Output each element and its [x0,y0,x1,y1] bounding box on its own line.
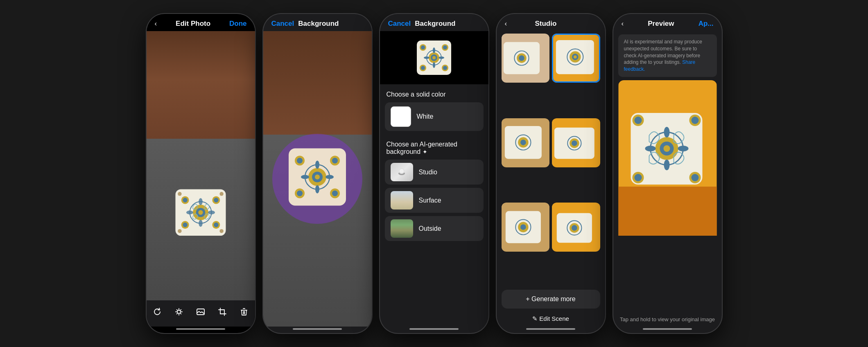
svg-point-68 [570,51,581,62]
svg-point-37 [297,191,303,196]
photo-area [147,31,255,300]
apply-button[interactable]: Ap... [698,20,714,28]
svg-point-10 [199,220,202,227]
svg-point-109 [691,174,698,181]
svg-point-33 [297,158,303,164]
svg-point-52 [443,45,447,50]
svg-point-105 [691,117,698,124]
nav-title: Studio [535,20,556,28]
svg-point-8 [198,210,203,214]
tap-hold-label: Tap and hold to view your original image [613,312,722,327]
surface-label: Surface [419,197,441,204]
svg-point-31 [326,175,334,179]
studio-cell-6[interactable] [552,203,600,252]
svg-point-64 [519,55,524,61]
home-indicator [643,328,692,330]
preview-image-container [618,80,717,312]
svg-point-44 [432,56,436,59]
svg-point-16 [214,198,218,202]
delete-icon[interactable] [237,305,251,318]
rotate-icon[interactable] [151,305,164,318]
svg-point-4 [219,229,223,233]
svg-point-100 [645,146,656,151]
svg-point-1 [178,192,181,196]
svg-point-99 [664,160,669,170]
svg-point-18 [183,223,187,227]
home-indicator [293,328,342,330]
outside-option[interactable]: Outside [385,216,484,241]
preview-nav: ‹ Preview Ap... [613,14,722,31]
preview-scene-svg [618,80,717,236]
svg-point-21 [177,310,181,313]
back-button[interactable]: ‹ [505,20,507,28]
cancel-button[interactable]: Cancel [388,20,411,28]
studio-option[interactable]: Studio [385,160,484,185]
svg-rect-66 [556,40,594,74]
generate-more-button[interactable]: + Generate more [502,290,600,309]
nav-title: Preview [648,20,674,28]
svg-rect-92 [618,187,717,236]
svg-point-2 [219,192,223,196]
preview-pillow-svg [416,39,452,76]
svg-point-56 [443,66,447,70]
edit-scene-button[interactable]: ✎ Edit Scene [497,311,605,327]
edit-photo-nav: ‹ Edit Photo Done [147,14,255,31]
studio-cell-1[interactable] [502,34,550,83]
surface-option[interactable]: Surface [385,188,484,213]
svg-point-28 [315,161,319,169]
svg-point-54 [421,66,425,70]
studio-cell-2[interactable] [552,34,600,83]
svg-point-39 [332,191,338,196]
svg-point-48 [439,56,444,59]
studio-cell-3[interactable] [502,118,550,167]
white-label: White [417,113,434,120]
svg-point-107 [634,174,642,181]
brightness-icon[interactable] [172,305,185,318]
white-color-option[interactable]: White [385,102,484,131]
svg-point-30 [301,175,309,179]
pillow-svg [174,185,228,240]
background-photo-area [263,31,372,327]
studio-cell-5[interactable] [502,203,550,252]
outside-label: Outside [419,225,441,232]
svg-point-47 [424,56,429,59]
surface-thumb [391,191,413,210]
crop-icon[interactable] [216,305,229,318]
svg-point-67 [567,49,583,65]
svg-point-20 [214,223,218,227]
studio-cell-4[interactable] [552,118,600,167]
done-button[interactable]: Done [229,20,247,28]
svg-point-103 [634,117,642,124]
studio-grid-screen: ‹ Studio [497,14,605,333]
svg-rect-65 [552,34,600,82]
sparkle-icon: ✦ [423,149,427,155]
edit-photo-screen: ‹ Edit Photo Done [147,14,255,333]
svg-point-97 [663,145,670,152]
home-indicator [526,328,575,330]
svg-point-12 [208,210,215,214]
svg-point-27 [315,175,320,180]
svg-point-69 [572,54,579,60]
solid-color-label: Choose a solid color [380,84,488,102]
svg-point-29 [315,185,319,194]
nav-title: Edit Photo [176,20,210,28]
svg-point-46 [433,62,435,68]
svg-point-35 [332,158,338,164]
preview-area [380,31,488,84]
white-swatch [391,106,411,127]
background-icon[interactable] [194,305,207,318]
back-button[interactable]: ‹ [622,20,624,28]
svg-point-85 [520,224,526,230]
svg-point-45 [433,47,435,53]
svg-point-101 [678,146,688,151]
back-button[interactable]: ‹ [155,20,157,28]
studio-nav: ‹ Studio [497,14,605,31]
svg-point-3 [178,229,181,233]
studio-label: Studio [419,169,437,176]
studio-thumb [391,163,413,181]
cancel-button[interactable]: Cancel [271,20,294,28]
outside-thumb [391,219,413,238]
nav-title: Background [298,20,339,28]
main-pillow [174,185,228,241]
svg-point-80 [572,140,577,146]
